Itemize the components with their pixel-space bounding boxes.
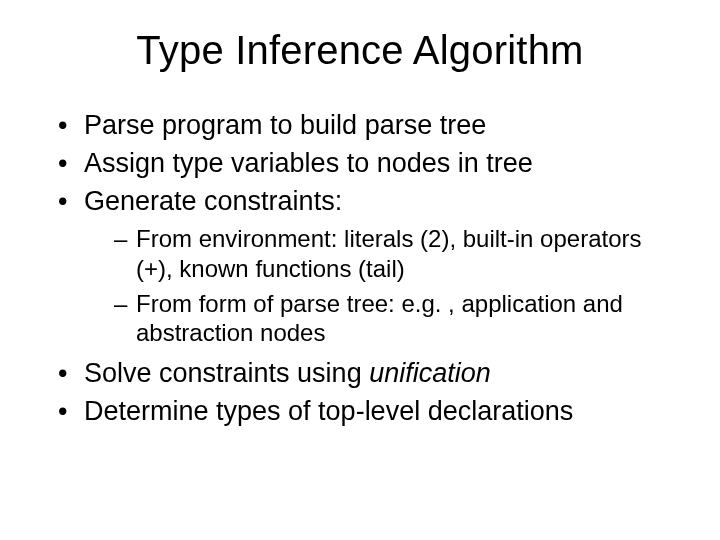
slide: Type Inference Algorithm Parse program t… xyxy=(0,0,720,540)
bullet-item: Parse program to build parse tree xyxy=(58,109,670,143)
sub-bullet-item: From form of parse tree: e.g. , applicat… xyxy=(114,289,670,348)
bullet-text: Generate constraints: xyxy=(84,186,342,216)
bullet-item: Solve constraints using unification xyxy=(58,357,670,391)
bullet-item: Generate constraints: From environment: … xyxy=(58,185,670,348)
bullet-text-italic: unification xyxy=(369,358,491,388)
bullet-text-pre: Solve constraints using xyxy=(84,358,369,388)
bullet-item: Assign type variables to nodes in tree xyxy=(58,147,670,181)
bullet-list: Parse program to build parse tree Assign… xyxy=(50,109,670,429)
sub-bullet-item: From environment: literals (2), built-in… xyxy=(114,224,670,283)
bullet-item: Determine types of top-level declaration… xyxy=(58,395,670,429)
sub-bullet-list: From environment: literals (2), built-in… xyxy=(84,224,670,347)
slide-title: Type Inference Algorithm xyxy=(50,28,670,73)
